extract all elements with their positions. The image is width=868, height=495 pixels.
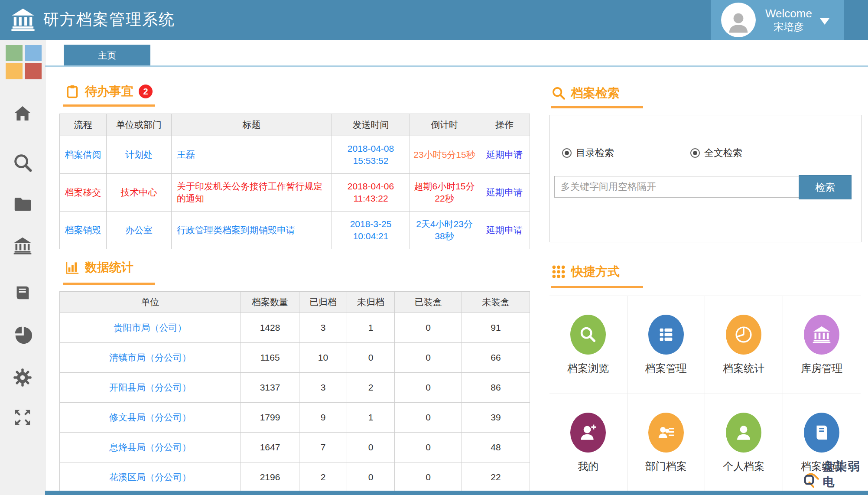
stats-unit-link[interactable]: 开阳县局（分公司）	[60, 373, 241, 403]
page: 研方档案管理系统 Welcome 宋培彦	[0, 0, 868, 495]
todo-dept[interactable]: 计划处	[107, 136, 172, 174]
todo-subject-link[interactable]: 行政管理类档案到期销毁申请	[172, 212, 332, 249]
shortcut-circle	[726, 413, 761, 453]
shortcut-circle	[804, 315, 839, 355]
shortcut-archive-manage[interactable]: 档案管理	[627, 296, 705, 394]
vendor-name: 盘柒弱电	[822, 459, 868, 490]
shortcut-label: 库房管理	[801, 361, 842, 375]
sidebar-item-search[interactable]	[0, 153, 45, 173]
todo-flow[interactable]: 档案销毁	[60, 212, 107, 249]
shortcut-department-archive[interactable]: 部门档案	[627, 394, 705, 492]
radio-icon[interactable]	[690, 148, 700, 158]
person-plus-icon	[578, 423, 598, 443]
stats-unit-link[interactable]: 花溪区局（分公司）	[60, 462, 241, 492]
todo-col-subject: 标题	[172, 114, 332, 136]
stats-unit-link[interactable]: 修文县局（分公司）	[60, 403, 241, 433]
todo-dept[interactable]: 办公室	[107, 212, 172, 249]
sidebar-item-folder[interactable]	[0, 194, 45, 214]
radio-icon[interactable]	[562, 148, 572, 158]
todo-delay-request-link[interactable]: 延期申请	[479, 212, 530, 249]
search-icon	[551, 86, 566, 101]
book-icon	[13, 283, 33, 303]
sidebar-item-settings[interactable]	[0, 368, 45, 388]
stats-unarchived: 1	[347, 313, 395, 343]
search-section-title: 档案检索	[551, 85, 620, 101]
todo-delay-request-link[interactable]: 延期申请	[479, 174, 530, 212]
search-button[interactable]: 检索	[799, 175, 852, 199]
stats-unit-link[interactable]: 清镇市局（分公司）	[60, 343, 241, 373]
pie-chart-icon	[13, 325, 33, 345]
table-row: 贵阳市局（公司） 1428 3 1 0 91	[60, 313, 530, 343]
radio-fulltext-search[interactable]: 全文检索	[690, 147, 742, 160]
stats-boxed: 0	[395, 373, 462, 403]
stats-unboxed: 39	[462, 403, 530, 433]
shortcut-label: 档案管理	[645, 361, 687, 375]
stats-boxed: 0	[395, 343, 462, 373]
sidebar-item-home[interactable]	[0, 104, 45, 124]
chevron-down-icon[interactable]	[820, 18, 829, 25]
shortcut-circle	[726, 315, 761, 355]
todo-count-badge: 2	[139, 85, 153, 98]
todo-col-action: 操作	[479, 114, 530, 136]
todo-flow[interactable]: 档案借阅	[60, 136, 107, 174]
shortcut-personal-archive[interactable]: 个人档案	[705, 394, 783, 492]
sidebar-item-statistics[interactable]	[0, 325, 45, 345]
stats-col-unboxed: 未装盒	[462, 292, 530, 313]
search-mode-radios: 目录检索 全文检索	[562, 147, 742, 160]
logo-square-red	[25, 63, 42, 79]
app-header: 研方档案管理系统 Welcome 宋培彦	[0, 0, 868, 40]
table-row: 档案销毁 办公室 行政管理类档案到期销毁申请 2018-3-25 10:04:2…	[60, 212, 530, 249]
shortcut-circle	[804, 413, 839, 453]
stats-archived: 10	[299, 343, 347, 373]
shortcut-warehouse-manage[interactable]: 库房管理	[783, 296, 861, 394]
search-title-underline	[551, 106, 643, 108]
user-name: 宋培彦	[765, 21, 812, 33]
stats-archived: 3	[299, 373, 347, 403]
stats-unit-link[interactable]: 息烽县局（分公司）	[60, 433, 241, 462]
todo-subject-link[interactable]: 王磊	[172, 136, 332, 174]
tab-home[interactable]: 主页	[64, 45, 150, 66]
todo-dept[interactable]: 技术中心	[107, 174, 172, 212]
gear-icon	[13, 368, 33, 388]
pie-chart-icon	[734, 325, 754, 345]
squares-logo-icon	[6, 45, 42, 80]
stats-archived: 7	[299, 433, 347, 462]
todo-flow[interactable]: 档案移交	[60, 174, 107, 212]
todo-countdown: 2天4小时23分38秒	[410, 212, 479, 249]
todo-title: 待办事宜	[85, 83, 133, 100]
stats-unit-link[interactable]: 贵阳市局（公司）	[60, 313, 241, 343]
search-icon	[13, 153, 33, 173]
radio-catalog-search[interactable]: 目录检索	[562, 147, 614, 160]
shortcut-my-archive[interactable]: 我的	[549, 394, 627, 492]
shortcut-archive-stats[interactable]: 档案统计	[705, 296, 783, 394]
radio-catalog-label: 目录检索	[576, 147, 614, 160]
todo-delay-request-link[interactable]: 延期申请	[479, 136, 530, 174]
stats-total: 1165	[241, 343, 299, 373]
person-icon	[725, 9, 752, 36]
logo-square-orange	[6, 63, 23, 79]
vendor-texts: 盘柒弱电 ANGQI WEAK ELECTRICITY	[822, 459, 868, 495]
grid-dots-icon	[551, 264, 566, 279]
todo-countdown: 23小时5分15秒	[410, 136, 479, 174]
todo-subject-link[interactable]: 关于印发机关公务接待工作暂行规定的通知	[172, 174, 332, 212]
logo-square-blue	[25, 45, 42, 61]
todo-title-underline	[63, 104, 155, 107]
stats-total: 1647	[241, 433, 299, 462]
shortcuts-title: 快捷方式	[571, 264, 620, 280]
stats-col-unarchived: 未归档	[347, 292, 395, 313]
stats-title-underline	[63, 283, 155, 285]
radio-fulltext-label: 全文检索	[704, 147, 742, 160]
user-texts: Welcome 宋培彦	[765, 7, 812, 33]
user-menu[interactable]: Welcome 宋培彦	[711, 0, 844, 40]
table-row: 息烽县局（分公司） 1647 7 0 0 48	[60, 433, 530, 462]
todo-table: 流程 单位或部门 标题 发送时间 倒计时 操作 档案借阅 计划处 王磊 2018…	[59, 114, 530, 249]
todo-time: 2018-04-06 11:43:22	[332, 174, 410, 212]
search-input[interactable]	[554, 176, 804, 198]
app-brand: 研方档案管理系统	[10, 7, 175, 32]
sidebar-item-archive-bank[interactable]	[0, 236, 45, 256]
stats-unboxed: 91	[462, 313, 530, 343]
sidebar-item-book[interactable]	[0, 283, 45, 303]
shortcut-archive-browse[interactable]: 档案浏览	[549, 296, 627, 394]
table-icon	[656, 325, 676, 345]
sidebar-item-fullscreen[interactable]	[0, 407, 45, 427]
